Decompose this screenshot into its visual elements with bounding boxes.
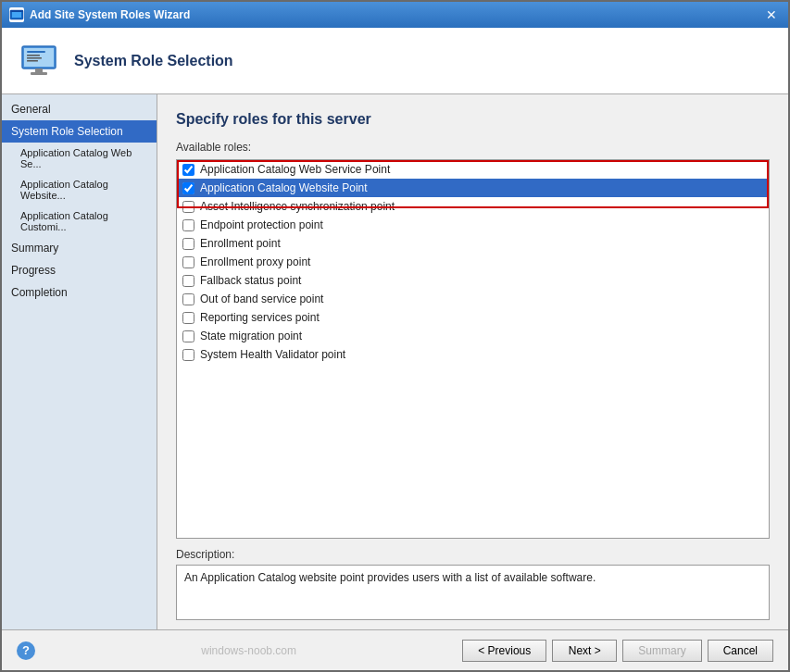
description-label: Description: bbox=[176, 548, 770, 561]
role-item-fallback-status-point[interactable]: Fallback status point bbox=[177, 271, 769, 290]
svg-rect-9 bbox=[27, 57, 42, 59]
role-item-reporting-services-point[interactable]: Reporting services point bbox=[177, 308, 769, 327]
available-roles-label: Available roles: bbox=[176, 141, 770, 154]
role-item-asset-intelligence-sync[interactable]: Asset Intelligence synchronization point bbox=[177, 197, 769, 216]
role-label-fallback-status-point: Fallback status point bbox=[200, 274, 301, 287]
role-label-app-catalog-website-point: Application Catalog Website Point bbox=[200, 181, 368, 194]
checkbox-reporting-services-point[interactable] bbox=[182, 312, 194, 324]
close-button[interactable]: ✕ bbox=[762, 7, 781, 22]
role-item-endpoint-protection-point[interactable]: Endpoint protection point bbox=[177, 216, 769, 234]
checkbox-fallback-status-point[interactable] bbox=[182, 275, 194, 287]
sidebar-item-app-catalog-web-se[interactable]: Application Catalog Web Se... bbox=[2, 143, 157, 174]
sidebar-item-general[interactable]: General bbox=[2, 98, 157, 120]
role-label-system-health-validator: System Health Validator point bbox=[200, 348, 345, 361]
previous-button[interactable]: < Previous bbox=[462, 640, 546, 662]
role-item-state-migration-point[interactable]: State migration point bbox=[177, 327, 769, 345]
window-title: Add Site System Roles Wizard bbox=[30, 8, 762, 21]
description-box: An Application Catalog website point pro… bbox=[176, 565, 770, 620]
role-item-enrollment-point[interactable]: Enrollment point bbox=[177, 234, 769, 253]
summary-button[interactable]: Summary bbox=[622, 640, 701, 662]
checkbox-system-health-validator[interactable] bbox=[182, 349, 194, 361]
role-label-app-catalog-web-service: Application Catalog Web Service Point bbox=[200, 163, 390, 176]
roles-list-container: Application Catalog Web Service Point Ap… bbox=[176, 159, 770, 539]
role-label-state-migration-point: State migration point bbox=[200, 330, 302, 342]
role-item-enrollment-proxy-point[interactable]: Enrollment proxy point bbox=[177, 253, 769, 271]
svg-rect-2 bbox=[10, 10, 23, 12]
role-item-system-health-validator[interactable]: System Health Validator point bbox=[177, 345, 769, 364]
role-label-asset-intelligence-sync: Asset Intelligence synchronization point bbox=[200, 200, 395, 213]
checkbox-enrollment-proxy-point[interactable] bbox=[182, 256, 194, 268]
svg-rect-7 bbox=[27, 51, 45, 53]
checkbox-endpoint-protection-point[interactable] bbox=[182, 219, 194, 231]
role-label-enrollment-proxy-point: Enrollment proxy point bbox=[200, 255, 310, 268]
roles-list: Application Catalog Web Service Point Ap… bbox=[177, 160, 769, 364]
sidebar-item-app-catalog-website[interactable]: Application Catalog Website... bbox=[2, 174, 157, 205]
svg-rect-6 bbox=[31, 72, 47, 75]
checkbox-app-catalog-website-point[interactable] bbox=[182, 182, 194, 194]
header-panel: System Role Selection bbox=[2, 28, 788, 94]
header-icon bbox=[17, 39, 61, 83]
role-label-endpoint-protection-point: Endpoint protection point bbox=[200, 218, 323, 231]
main-title: Specify roles for this server bbox=[176, 111, 770, 128]
sidebar-item-summary[interactable]: Summary bbox=[2, 237, 157, 259]
help-button[interactable]: ? bbox=[17, 641, 35, 660]
header-title: System Role Selection bbox=[74, 53, 233, 69]
role-label-reporting-services-point: Reporting services point bbox=[200, 311, 320, 324]
checkbox-asset-intelligence-sync[interactable] bbox=[182, 201, 194, 213]
title-bar: Add Site System Roles Wizard ✕ bbox=[2, 2, 788, 28]
svg-rect-1 bbox=[12, 12, 21, 18]
role-label-out-of-band-service-point: Out of band service point bbox=[200, 292, 323, 305]
checkbox-enrollment-point[interactable] bbox=[182, 238, 194, 250]
svg-rect-10 bbox=[27, 60, 38, 62]
next-button[interactable]: Next > bbox=[552, 640, 617, 662]
sidebar-item-system-role-selection[interactable]: System Role Selection bbox=[2, 120, 157, 143]
cancel-button[interactable]: Cancel bbox=[708, 640, 773, 662]
checkbox-app-catalog-web-service[interactable] bbox=[182, 164, 194, 176]
description-section: Description: An Application Catalog webs… bbox=[176, 548, 770, 620]
role-item-app-catalog-website-point[interactable]: Application Catalog Website Point bbox=[177, 179, 769, 197]
role-item-app-catalog-web-service[interactable]: Application Catalog Web Service Point bbox=[177, 160, 769, 179]
sidebar-item-app-catalog-custom[interactable]: Application Catalog Customi... bbox=[2, 205, 157, 237]
main-panel: Specify roles for this server Available … bbox=[157, 94, 788, 629]
sidebar-item-progress[interactable]: Progress bbox=[2, 259, 157, 281]
role-item-out-of-band-service-point[interactable]: Out of band service point bbox=[177, 290, 769, 308]
footer: ? windows-noob.com < Previous Next > Sum… bbox=[2, 629, 788, 670]
checkbox-state-migration-point[interactable] bbox=[182, 330, 194, 342]
checkbox-out-of-band-service-point[interactable] bbox=[182, 293, 194, 305]
window-icon bbox=[9, 7, 24, 22]
window: Add Site System Roles Wizard ✕ System Ro… bbox=[0, 0, 790, 672]
role-label-enrollment-point: Enrollment point bbox=[200, 237, 281, 250]
sidebar: General System Role Selection Applicatio… bbox=[2, 94, 157, 629]
content-area: General System Role Selection Applicatio… bbox=[2, 94, 788, 629]
svg-rect-8 bbox=[27, 55, 40, 56]
footer-buttons: < Previous Next > Summary Cancel bbox=[462, 640, 773, 662]
sidebar-item-completion[interactable]: Completion bbox=[2, 281, 157, 304]
watermark: windows-noob.com bbox=[35, 644, 462, 657]
footer-left: ? bbox=[17, 641, 35, 660]
